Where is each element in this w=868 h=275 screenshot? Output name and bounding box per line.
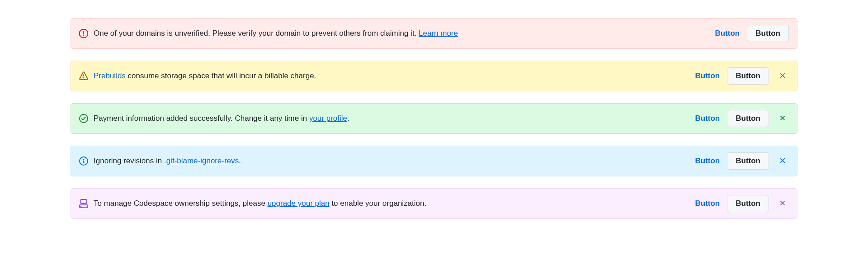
banner-link[interactable]: your profile <box>309 114 347 123</box>
banner-message: To manage Codespace ownership settings, … <box>94 198 689 209</box>
banner-message: One of your domains is unverified. Pleas… <box>94 28 709 39</box>
stop-icon <box>79 29 88 38</box>
banner-info: Ignoring revisions in .git-blame-ignore-… <box>71 146 797 176</box>
check-circle-icon <box>79 114 88 123</box>
codespaces-icon <box>79 199 88 208</box>
banner-text-before: One of your domains is unverified. Pleas… <box>94 29 419 38</box>
secondary-action-button[interactable]: Button <box>747 25 789 42</box>
banner-upsell: To manage Codespace ownership settings, … <box>71 188 797 219</box>
primary-action-button[interactable]: Button <box>695 199 720 208</box>
banner-critical: One of your domains is unverified. Pleas… <box>71 18 797 49</box>
close-icon <box>778 71 787 81</box>
close-icon <box>778 156 787 166</box>
primary-action-button[interactable]: Button <box>715 29 740 38</box>
secondary-action-button[interactable]: Button <box>727 152 769 170</box>
close-icon <box>778 199 787 209</box>
secondary-action-button[interactable]: Button <box>727 67 769 85</box>
alert-triangle-icon <box>79 71 88 81</box>
banner-text-after: . <box>239 156 241 165</box>
banner-actions: Button Button <box>715 25 789 42</box>
banner-text-before: Ignoring revisions in <box>94 156 164 165</box>
close-button[interactable] <box>776 197 789 210</box>
close-button[interactable] <box>776 112 789 125</box>
banner-link[interactable]: Learn more <box>419 29 458 38</box>
banner-text-after: consume storage space that will incur a … <box>126 71 316 80</box>
banner-link[interactable]: Prebuilds <box>94 71 126 80</box>
banner-list: One of your domains is unverified. Pleas… <box>0 18 868 219</box>
banner-message: Prebuilds consume storage space that wil… <box>94 70 689 82</box>
primary-action-button[interactable]: Button <box>695 71 720 81</box>
banner-message: Payment information added successfully. … <box>94 113 689 124</box>
banner-success: Payment information added successfully. … <box>71 103 797 134</box>
secondary-action-button[interactable]: Button <box>727 195 769 212</box>
close-button[interactable] <box>776 70 789 82</box>
secondary-action-button[interactable]: Button <box>727 110 769 127</box>
banner-actions: Button Button <box>695 110 789 127</box>
primary-action-button[interactable]: Button <box>695 114 720 123</box>
banner-text-before: To manage Codespace ownership settings, … <box>94 199 268 208</box>
primary-action-button[interactable]: Button <box>695 156 720 166</box>
banner-text-after: . <box>347 114 349 123</box>
banner-text-before: Payment information added successfully. … <box>94 114 309 123</box>
close-icon <box>778 114 787 123</box>
banner-actions: Button Button <box>695 152 789 170</box>
banner-message: Ignoring revisions in .git-blame-ignore-… <box>94 155 689 167</box>
banner-link[interactable]: .git-blame-ignore-revs <box>164 156 239 165</box>
banner-actions: Button Button <box>695 195 789 212</box>
banner-link[interactable]: upgrade your plan <box>268 199 330 208</box>
close-button[interactable] <box>776 155 789 167</box>
banner-actions: Button Button <box>695 67 789 85</box>
banner-text-after: to enable your organization. <box>330 199 427 208</box>
info-icon <box>79 156 88 166</box>
banner-warning: Prebuilds consume storage space that wil… <box>71 61 797 91</box>
